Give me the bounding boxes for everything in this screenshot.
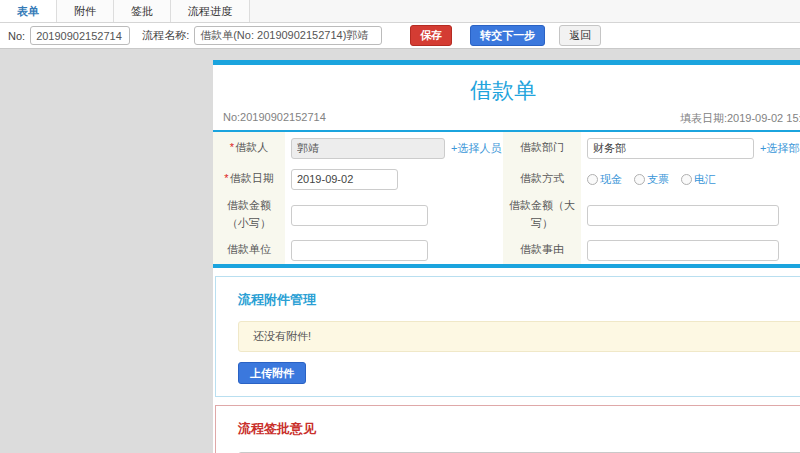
- form-row-borrower: *借款人 +选择人员 借款部门 +选择部门: [213, 132, 800, 164]
- form-title: 借款单: [213, 65, 793, 111]
- back-button[interactable]: 返回: [559, 25, 601, 46]
- save-button[interactable]: 保存: [410, 25, 452, 46]
- loan-unit-input[interactable]: [291, 240, 428, 261]
- form-date-text: 填表日期:2019-09-02 15:27:1: [680, 111, 800, 126]
- department-input[interactable]: [587, 138, 754, 159]
- tab-form[interactable]: 表单: [0, 0, 57, 22]
- required-mark: *: [230, 141, 234, 153]
- loan-date-label: *借款日期: [213, 164, 285, 194]
- amount-uppercase-label: 借款金额（大写）: [503, 194, 581, 236]
- radio-circle-icon: [634, 174, 645, 185]
- radio-circle-icon: [681, 174, 692, 185]
- attachments-section-title: 流程附件管理: [238, 287, 800, 311]
- select-department-link[interactable]: +选择部门: [760, 141, 800, 156]
- app-window: 表单 附件 签批 流程进度 No: 流程名称: 保存 转交下一步 返回 借款单 …: [0, 0, 800, 453]
- attachments-panel: 流程附件管理 还没有附件! 上传附件: [215, 276, 800, 397]
- no-attachments-message: 还没有附件!: [238, 321, 800, 352]
- tab-progress[interactable]: 流程进度: [171, 0, 250, 22]
- department-label: 借款部门: [503, 132, 581, 164]
- form-row-unit-reason: 借款单位 借款事由: [213, 236, 800, 264]
- tab-attachments[interactable]: 附件: [57, 0, 114, 22]
- form-no-text: No:20190902152714: [223, 111, 326, 126]
- process-name-input[interactable]: [194, 26, 382, 45]
- tab-signoff[interactable]: 签批: [114, 0, 171, 22]
- no-input[interactable]: [30, 26, 130, 45]
- tab-bar: 表单 附件 签批 流程进度: [0, 0, 800, 23]
- loan-unit-label: 借款单位: [213, 236, 285, 264]
- borrower-input[interactable]: [291, 138, 445, 159]
- amount-lowercase-label: 借款金额（小写）: [213, 194, 285, 236]
- toolbar: No: 流程名称: 保存 转交下一步 返回: [0, 23, 800, 49]
- required-mark: *: [224, 172, 228, 184]
- loan-form-card: 借款单 No:20190902152714 填表日期:2019-09-02 15…: [213, 60, 800, 453]
- forward-next-step-button[interactable]: 转交下一步: [470, 25, 545, 46]
- loan-reason-label: 借款事由: [503, 236, 581, 264]
- upload-attachment-button[interactable]: 上传附件: [238, 362, 306, 384]
- loan-reason-input[interactable]: [587, 240, 779, 261]
- approval-section-title: 流程签批意见: [238, 416, 800, 440]
- radio-cash[interactable]: 现金: [587, 172, 622, 187]
- radio-wire-transfer[interactable]: 电汇: [681, 172, 716, 187]
- loan-method-label: 借款方式: [503, 164, 581, 194]
- card-bottom-bar: [213, 264, 800, 268]
- radio-circle-icon: [587, 174, 598, 185]
- form-row-date-method: *借款日期 借款方式 现金 支票: [213, 164, 800, 194]
- amount-lowercase-input[interactable]: [291, 205, 428, 226]
- loan-date-input[interactable]: [291, 169, 398, 190]
- no-label: No:: [8, 30, 25, 42]
- approval-panel: 流程签批意见 B I abc: [215, 405, 800, 453]
- process-name-label: 流程名称:: [142, 28, 189, 43]
- radio-cheque[interactable]: 支票: [634, 172, 669, 187]
- form-row-amount: 借款金额（小写） 借款金额（大写）: [213, 194, 800, 236]
- select-person-link[interactable]: +选择人员: [451, 141, 501, 156]
- main-area: 借款单 No:20190902152714 填表日期:2019-09-02 15…: [0, 49, 800, 453]
- borrower-label: *借款人: [213, 132, 285, 164]
- form-meta-row: No:20190902152714 填表日期:2019-09-02 15:27:…: [213, 111, 800, 130]
- amount-uppercase-input[interactable]: [587, 205, 779, 226]
